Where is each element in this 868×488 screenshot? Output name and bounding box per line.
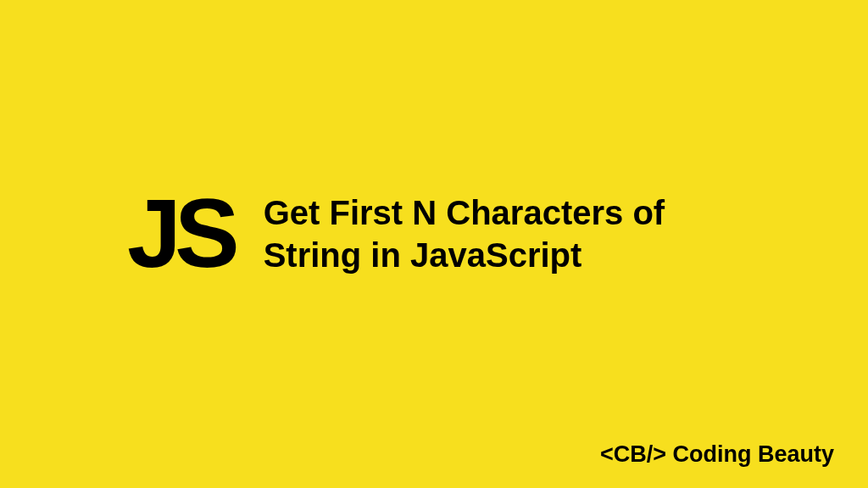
js-logo: JS <box>127 185 233 282</box>
brand-signature: <CB/> Coding Beauty <box>600 441 834 468</box>
article-title: Get First N Characters of String in Java… <box>264 191 764 276</box>
main-content: JS Get First N Characters of String in J… <box>127 185 817 282</box>
